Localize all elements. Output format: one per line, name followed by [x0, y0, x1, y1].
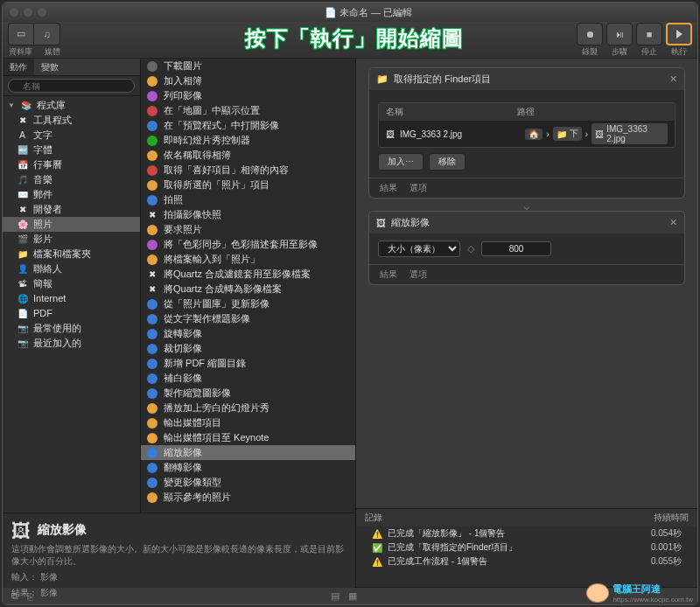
tab-actions[interactable]: 動作 [3, 59, 34, 75]
image-icon: 🖼 [376, 218, 386, 228]
action-item[interactable]: 裁切影像 [141, 341, 355, 356]
media-label: 媒體 [45, 46, 60, 58]
action-item[interactable]: ✖︎拍攝影像快照 [141, 207, 355, 222]
action-label: 翻轉影像 [164, 461, 202, 474]
step-button[interactable]: ⏯ [606, 23, 633, 45]
sidebar-item-label: 行事曆 [33, 158, 62, 171]
sidebar-item[interactable]: ✖︎工具程式 [3, 113, 140, 128]
library-root[interactable]: ▼📚程式庫 [3, 98, 140, 113]
action-item[interactable]: 輸出媒體項目至 Keynote [141, 430, 355, 445]
foot-options[interactable]: 選項 [410, 269, 427, 281]
run-button[interactable] [666, 23, 692, 45]
action-item[interactable]: 將「色彩同步」色彩描述套用至影像 [141, 237, 355, 252]
action-item[interactable]: 縮放影像 [141, 445, 355, 460]
category-icon: 📁 [17, 248, 28, 260]
action-icon [146, 462, 158, 474]
workflow-step-finder: 📁取得指定的 Finder項目✕ 名稱路徑 🖼 IMG_3363 2.jpg 🏠… [368, 67, 685, 199]
library-button[interactable]: ▭ [8, 23, 34, 45]
action-item[interactable]: ✖︎將Quartz 合成轉為影像檔案 [141, 282, 355, 297]
action-item[interactable]: 即時幻燈片秀控制器 [141, 133, 355, 148]
sidebar-item[interactable]: 📅行事曆 [3, 157, 140, 172]
media-button[interactable]: ♫ [34, 23, 60, 45]
sidebar-item[interactable]: 📷最近加入的 [3, 336, 140, 351]
action-item[interactable]: ✖︎將Quartz 合成濾鏡套用至影像檔案 [141, 267, 355, 282]
action-label: 補白影像 [164, 372, 202, 385]
action-item[interactable]: 拍照 [141, 192, 355, 207]
record-button[interactable]: ⏺ [577, 23, 603, 45]
action-label: 輸出媒體項目 [164, 416, 221, 429]
sidebar-item[interactable]: 📽簡報 [3, 276, 140, 291]
sidebar-item[interactable]: 🌸照片 [3, 217, 140, 232]
category-icon: 🌸 [17, 219, 28, 230]
action-item[interactable]: 將檔案輸入到「照片」 [141, 252, 355, 267]
log-row[interactable]: ✅已完成「取得指定的Finder項目」0.001秒 [356, 541, 697, 555]
action-item[interactable]: 新增 PDF 縮圖目錄 [141, 356, 355, 371]
sidebar-item[interactable]: A文字 [3, 128, 140, 143]
action-item[interactable]: 播放加上旁白的幻燈片秀 [141, 401, 355, 415]
action-item[interactable]: 從「照片圖庫」更新影像 [141, 297, 355, 311]
action-item[interactable]: 變更影像類型 [141, 475, 355, 490]
stop-button[interactable]: ■ [636, 23, 662, 45]
action-icon [146, 447, 158, 459]
action-item[interactable]: 列印影像 [141, 88, 355, 103]
sidebar-item[interactable]: 👤聯絡人 [3, 262, 140, 276]
category-icon: ✉️ [17, 189, 28, 200]
size-mode-select[interactable]: 大小（像素） [378, 241, 460, 257]
sidebar-item[interactable]: ✖︎開發者 [3, 202, 140, 217]
col-name: 名稱 [386, 106, 517, 118]
action-item[interactable]: 在「預覽程式」中打開影像 [141, 118, 355, 133]
sidebar-item[interactable]: 📷最常使用的 [3, 321, 140, 336]
close-icon[interactable]: ✕ [669, 217, 677, 228]
action-icon [146, 373, 158, 385]
foot-result[interactable]: 結果 [380, 182, 397, 194]
action-icon [146, 387, 158, 400]
desc-title: 縮放影像 [38, 522, 87, 538]
sidebar-item[interactable]: 🔤字體 [3, 143, 140, 157]
action-item[interactable]: 下載圖片 [141, 59, 355, 73]
action-icon [146, 254, 158, 266]
search-input[interactable] [8, 79, 135, 93]
sidebar-item[interactable]: ✉️郵件 [3, 187, 140, 202]
sidebar-item[interactable]: 🎵音樂 [3, 172, 140, 187]
sidebar-item[interactable]: 📁檔案和檔案夾 [3, 247, 140, 262]
step-label: 步驟 [612, 46, 627, 58]
window-title: 未命名 — 已編輯 [340, 7, 412, 17]
foot-options[interactable]: 選項 [410, 182, 427, 194]
sidebar-item[interactable]: 🎬影片 [3, 232, 140, 247]
action-item[interactable]: 旋轉影像 [141, 326, 355, 341]
action-item[interactable]: 輸出媒體項目 [141, 415, 355, 430]
action-icon [146, 120, 158, 132]
table-row[interactable]: 🖼 IMG_3363 2.jpg 🏠› 📁 下› 🖼 IMG_3363 2.jp… [379, 121, 675, 147]
status-icon: ⚠️ [372, 557, 382, 567]
stepper-icon[interactable]: ◇ [467, 243, 474, 255]
add-button[interactable]: 加入⋯ [378, 153, 424, 171]
action-label: 列印影像 [164, 89, 202, 102]
action-item[interactable]: 要求照片 [141, 222, 355, 237]
action-label: 取得「喜好項目」相簿的內容 [164, 164, 289, 177]
log-text: 已完成「縮放影像」 - 1個警告 [388, 527, 505, 540]
action-item[interactable]: 製作縮覽圖影像 [141, 386, 355, 401]
window-controls[interactable] [10, 8, 46, 17]
sidebar-item[interactable]: 🌐Internet [3, 291, 140, 306]
action-item[interactable]: 在「地圖」中顯示位置 [141, 103, 355, 118]
action-item[interactable]: 從文字製作標題影像 [141, 311, 355, 326]
action-item[interactable]: 補白影像 [141, 371, 355, 386]
col-path: 路徑 [517, 106, 535, 118]
action-item[interactable]: 依名稱取得相簿 [141, 148, 355, 163]
action-item[interactable]: 取得所選的「照片」項目 [141, 178, 355, 192]
log-row[interactable]: ⚠️已完成「縮放影像」 - 1個警告0.054秒 [356, 527, 697, 541]
close-icon[interactable]: ✕ [669, 73, 677, 85]
action-item[interactable]: 翻轉影像 [141, 460, 355, 475]
size-value-input[interactable] [481, 241, 551, 256]
tab-variables[interactable]: 變數 [34, 59, 66, 75]
remove-button[interactable]: 移除 [429, 153, 466, 171]
action-item[interactable]: 加入相簿 [141, 73, 355, 88]
action-icon [146, 477, 158, 489]
log-row[interactable]: ⚠️已完成工作流程 - 1個警告0.055秒 [356, 555, 697, 569]
action-icon: ✖︎ [146, 283, 158, 296]
action-item[interactable]: 取得「喜好項目」相簿的內容 [141, 163, 355, 178]
action-item[interactable]: 顯示參考的照片 [141, 490, 355, 505]
sidebar-item[interactable]: 📄PDF [3, 306, 140, 321]
grid-view-icon[interactable]: ▦ [348, 590, 357, 602]
foot-result[interactable]: 結果 [380, 269, 397, 281]
